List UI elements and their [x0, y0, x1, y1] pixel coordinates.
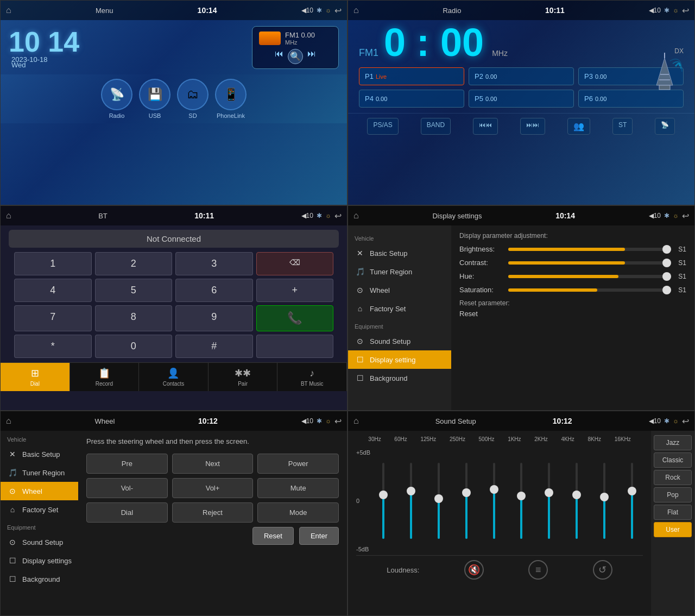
eq-slider-500[interactable]: [493, 447, 495, 555]
eq-slider-16k[interactable]: [631, 447, 633, 555]
radio-search-btn[interactable]: 🔍: [288, 49, 303, 64]
dial-del[interactable]: ⌫: [256, 252, 334, 275]
wheel-pre-btn[interactable]: Pre: [86, 454, 168, 474]
repeat-btn[interactable]: ↺: [593, 560, 612, 580]
sidebar-factory-set[interactable]: ⌂ Factory Set: [348, 299, 451, 318]
sidebar-display-setting[interactable]: ☐ Display setting: [348, 350, 451, 369]
preset-jazz[interactable]: Jazz: [654, 435, 692, 450]
dial-6[interactable]: 6: [175, 279, 253, 302]
next-btn[interactable]: ⏭⏭: [520, 118, 545, 135]
eq-slider-30[interactable]: [382, 447, 384, 555]
wheel-voldown-btn[interactable]: Vol-: [86, 478, 168, 498]
contrast-slider[interactable]: [508, 261, 670, 265]
app-sd[interactable]: 🗂 SD: [177, 79, 208, 119]
eq-btn[interactable]: 👥: [567, 118, 590, 135]
sidebar-wheel-w[interactable]: ⊙ Wheel: [1, 482, 78, 500]
eq-settings-btn[interactable]: ≡: [528, 560, 548, 580]
dial-3[interactable]: 3: [175, 252, 253, 275]
sidebar-sound-setup[interactable]: ⊙ Sound Setup: [348, 332, 451, 350]
preset-user[interactable]: User: [654, 522, 692, 537]
preset-p5[interactable]: P50.00: [469, 90, 574, 108]
back-icon-sound[interactable]: ↩: [682, 416, 689, 426]
eq-slider-250[interactable]: [465, 447, 467, 555]
dial-4[interactable]: 4: [14, 279, 92, 302]
brightness-slider[interactable]: [508, 248, 670, 251]
dial-call[interactable]: 📞: [256, 305, 334, 331]
tab-record[interactable]: 📋 Record: [70, 363, 140, 391]
app-phonelink[interactable]: 📱 PhoneLink: [215, 79, 247, 119]
sidebar-tuner-region-w[interactable]: 🎵 Tuner Region: [1, 463, 78, 482]
signal-btn[interactable]: 📡: [655, 118, 675, 135]
back-icon-display[interactable]: ↩: [682, 211, 689, 221]
back-icon[interactable]: ↩: [334, 5, 342, 16]
reset-section: Reset parameter: Reset: [459, 299, 686, 318]
wheel-next-btn[interactable]: Next: [172, 454, 254, 474]
loudness-btn[interactable]: 🔇: [464, 560, 484, 580]
eq-slider-8k[interactable]: [603, 447, 605, 555]
eq-slider-60[interactable]: [410, 447, 412, 555]
wheel-volup-btn[interactable]: Vol+: [172, 478, 254, 498]
preset-flat[interactable]: Flat: [654, 505, 692, 520]
dial-1[interactable]: 1: [14, 252, 92, 275]
dial-star[interactable]: *: [14, 335, 92, 358]
hue-slider[interactable]: [508, 275, 670, 278]
sidebar-basic-setup-w[interactable]: ✕ Basic Setup: [1, 445, 78, 463]
dial-hash[interactable]: #: [175, 335, 253, 358]
sidebar-background[interactable]: ☐ Background: [348, 369, 451, 387]
tab-dial[interactable]: ⊞ Dial: [1, 363, 70, 391]
radio-prev-btn[interactable]: ⏮: [275, 49, 283, 64]
psas-btn[interactable]: PS/AS: [367, 118, 398, 135]
sidebar-factory-set-w[interactable]: ⌂ Factory Set: [1, 500, 78, 519]
reset-button[interactable]: Reset: [459, 310, 686, 318]
dial-5[interactable]: 5: [95, 279, 173, 302]
dial-8[interactable]: 8: [95, 305, 173, 331]
eq-slider-125[interactable]: [438, 447, 440, 555]
wheel-power-btn[interactable]: Power: [257, 454, 339, 474]
wheel-reject-btn[interactable]: Reject: [172, 502, 254, 523]
dial-9[interactable]: 9: [175, 305, 253, 331]
home-icon[interactable]: ⌂: [6, 5, 11, 15]
wheel-dial-btn[interactable]: Dial: [86, 502, 168, 523]
band-btn[interactable]: BAND: [421, 118, 451, 135]
preset-rock[interactable]: Rock: [654, 470, 692, 485]
dial-0[interactable]: 0: [95, 335, 173, 358]
dial-2[interactable]: 2: [95, 252, 173, 275]
tab-contacts[interactable]: 👤 Contacts: [139, 363, 208, 391]
sidebar-basic-setup[interactable]: ✕ Basic Setup: [348, 244, 451, 262]
wheel-mode-btn[interactable]: Mode: [257, 502, 339, 523]
eq-slider-1k[interactable]: [520, 447, 522, 555]
radio-next-btn[interactable]: ⏭: [307, 49, 316, 64]
dial-plus[interactable]: +: [256, 279, 334, 302]
back-icon-radio[interactable]: ↩: [682, 5, 689, 16]
home-icon-bt[interactable]: ⌂: [6, 211, 11, 221]
sidebar-display-settings-w[interactable]: ☐ Display settings: [1, 551, 78, 570]
wheel-enter-btn[interactable]: Enter: [299, 527, 339, 545]
app-radio[interactable]: 📡 Radio: [101, 79, 132, 119]
app-usb[interactable]: 💾 USB: [139, 79, 170, 119]
preset-classic[interactable]: Classic: [654, 452, 692, 468]
saturation-slider[interactable]: [508, 288, 670, 292]
home-icon-wheel[interactable]: ⌂: [6, 416, 11, 426]
prev-btn[interactable]: ⏮⏮: [473, 118, 498, 135]
wheel-mute-btn[interactable]: Mute: [257, 478, 339, 498]
eq-slider-2k[interactable]: [548, 447, 550, 555]
dial-7[interactable]: 7: [14, 305, 92, 331]
sidebar-wheel[interactable]: ⊙ Wheel: [348, 281, 451, 299]
sidebar-sound-setup-w[interactable]: ⊙ Sound Setup: [1, 533, 78, 551]
preset-p2[interactable]: P20.00: [469, 67, 574, 85]
home-icon-sound[interactable]: ⌂: [353, 416, 359, 426]
home-icon-display[interactable]: ⌂: [353, 211, 359, 221]
back-icon-wheel[interactable]: ↩: [334, 416, 342, 426]
preset-p1[interactable]: P1Live: [359, 67, 464, 85]
sidebar-tuner-region[interactable]: 🎵 Tuner Region: [348, 262, 451, 281]
eq-slider-4k[interactable]: [576, 447, 578, 555]
st-btn[interactable]: ST: [612, 118, 633, 135]
tab-btmusic[interactable]: ♪ BT Music: [277, 363, 347, 391]
home-icon-radio[interactable]: ⌂: [353, 5, 359, 15]
tab-pair[interactable]: ✱✱ Pair: [208, 363, 278, 391]
preset-p4[interactable]: P40.00: [359, 90, 464, 108]
wheel-reset-btn[interactable]: Reset: [252, 527, 294, 545]
sidebar-background-w[interactable]: ☐ Background: [1, 570, 78, 588]
preset-pop[interactable]: Pop: [654, 487, 692, 502]
back-icon-bt[interactable]: ↩: [334, 211, 342, 221]
